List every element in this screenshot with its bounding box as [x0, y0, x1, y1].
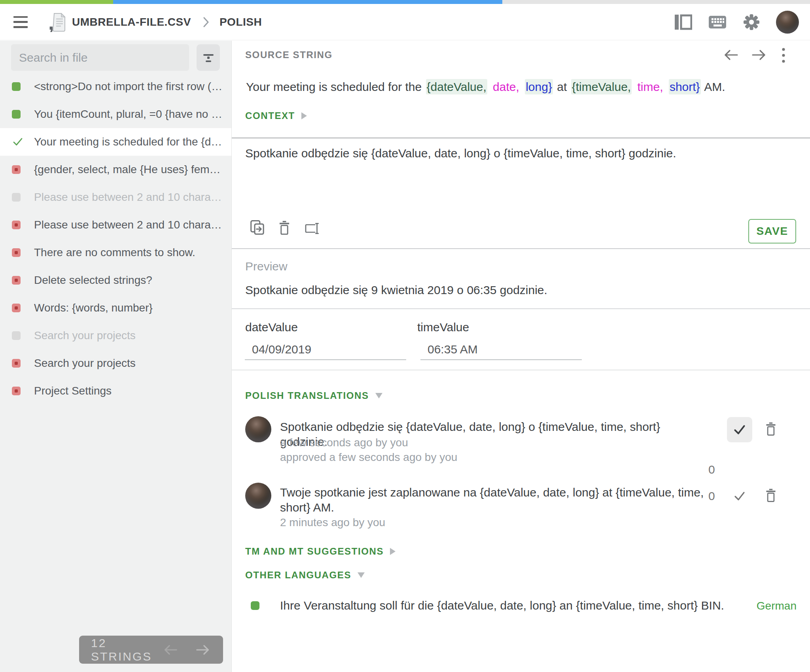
string-list-item-text: Delete selected strings? — [34, 274, 231, 287]
other-languages-label: OTHER LANGUAGES — [245, 570, 351, 581]
gear-icon[interactable] — [743, 13, 760, 31]
translation-progress-bar — [0, 0, 810, 4]
collapse-down-icon — [375, 393, 382, 398]
user-avatar[interactable] — [776, 11, 799, 34]
delete-translation-icon[interactable] — [276, 219, 292, 237]
string-status-icon — [12, 110, 25, 119]
svg-text:,: , — [48, 12, 54, 32]
string-list-item-text: Please use between 2 and 10 characters — [34, 191, 231, 204]
approve-translation-button[interactable] — [727, 417, 752, 442]
translation-entry-meta: 2 minutes ago by you — [280, 516, 385, 529]
collapse-down-icon — [358, 572, 365, 578]
string-list-item[interactable]: You {itemCount, plural, =0 {have no proj… — [0, 100, 231, 128]
translation-editor[interactable]: Spotkanie odbędzie się {dateValue, date,… — [245, 147, 795, 206]
preview-text: Spotkanie odbędzie się 9 kwietnia 2019 o… — [245, 283, 547, 297]
translation-entry-approved-meta: approved a few seconds ago by you — [280, 451, 457, 464]
string-list-item-text: Your meeting is scheduled for the {dateV… — [34, 136, 231, 148]
string-list-item[interactable]: Search your projects — [0, 349, 231, 377]
string-list-item[interactable]: Delete selected strings? — [0, 266, 231, 294]
vote-count: 0 — [708, 489, 715, 503]
preview-label: Preview — [245, 260, 288, 273]
polish-translations-toggle[interactable]: POLISH TRANSLATIONS — [245, 390, 382, 401]
hamburger-menu-icon[interactable] — [13, 16, 29, 28]
breadcrumb-language[interactable]: POLISH — [220, 16, 262, 28]
string-list-item-text: Search your projects — [34, 357, 231, 370]
string-status-icon — [12, 82, 25, 91]
polish-translations-label: POLISH TRANSLATIONS — [245, 390, 369, 401]
string-list-item[interactable]: Please use between 2 and 10 characters — [0, 211, 231, 239]
next-string-arrow-icon[interactable] — [195, 644, 211, 656]
progress-approved-segment — [0, 0, 113, 4]
delete-entry-icon[interactable] — [763, 421, 778, 438]
source-string-label: SOURCE STRING — [245, 49, 333, 60]
string-status-icon — [12, 193, 25, 202]
translation-entry-text: Twoje spotkanie jest zaplanowane na {dat… — [280, 485, 707, 515]
kebab-menu-icon[interactable] — [781, 46, 786, 64]
progress-translated-segment — [113, 0, 502, 4]
string-list-item-text: Search your projects — [34, 329, 231, 342]
save-button[interactable]: SAVE — [748, 219, 796, 244]
param-name-timevalue: timeValue — [417, 321, 469, 334]
breadcrumb-chevron-icon — [203, 17, 209, 28]
editor-panel: SOURCE STRING Your meeting is scheduled … — [232, 41, 810, 672]
string-list-item-text: Please use between 2 and 10 characters — [34, 219, 231, 231]
string-status-icon — [12, 136, 25, 148]
expand-right-icon — [390, 548, 396, 555]
string-status-icon — [12, 359, 25, 368]
strings-count-pill: 12 STRINGS — [79, 636, 223, 664]
check-icon — [732, 422, 747, 437]
other-languages-toggle[interactable]: OTHER LANGUAGES — [245, 570, 365, 581]
string-list-item[interactable]: Search your projects — [0, 322, 231, 349]
csv-file-icon: , — [48, 12, 66, 32]
copy-source-icon[interactable] — [249, 219, 266, 236]
previous-string-icon[interactable] — [722, 49, 740, 61]
approve-translation-button[interactable] — [727, 483, 752, 509]
other-language-text: Ihre Veranstaltung soll für die {dateVal… — [280, 599, 735, 612]
app-header: , UMBRELLA-FILE.CSV POLISH — [0, 4, 810, 40]
keyboard-icon[interactable] — [708, 14, 727, 30]
param-name-datevalue: dateValue — [245, 321, 298, 334]
string-list-item-text: {gender, select, male {He uses} female {… — [34, 163, 231, 176]
filter-button[interactable] — [197, 44, 220, 71]
string-status-icon — [12, 387, 25, 395]
string-list-item-text: Project Settings — [34, 385, 231, 397]
string-list-item[interactable]: Project Settings — [0, 377, 231, 405]
panel-toggle-icon[interactable] — [674, 14, 692, 30]
strings-count-label: 12 STRINGS — [91, 636, 162, 663]
param-input-timevalue[interactable]: 06:35 AM — [428, 343, 478, 356]
string-list-item-text: There are no comments to show. — [34, 246, 231, 259]
string-status-icon — [12, 221, 25, 229]
breadcrumb-file-name[interactable]: UMBRELLA-FILE.CSV — [72, 16, 191, 28]
string-list-item[interactable]: <strong>Do not import the first row (hea… — [0, 73, 231, 100]
string-list: <strong>Do not import the first row (hea… — [0, 73, 231, 405]
search-input[interactable] — [11, 51, 189, 64]
context-toggle[interactable]: CONTEXT — [245, 110, 307, 121]
prev-string-arrow-icon[interactable] — [162, 644, 179, 656]
context-label: CONTEXT — [245, 110, 295, 121]
string-list-item[interactable]: There are no comments to show. — [0, 239, 231, 266]
string-status-icon — [12, 331, 25, 340]
check-icon — [732, 489, 747, 503]
strings-sidebar: <strong>Do not import the first row (hea… — [0, 41, 232, 672]
string-list-item-text: Words: {words, number} — [34, 302, 231, 314]
string-list-item[interactable]: Your meeting is scheduled for the {dateV… — [0, 128, 231, 156]
other-language-link[interactable]: German — [757, 600, 797, 612]
translation-entry-meta: a few seconds ago by you — [280, 436, 408, 449]
next-string-icon[interactable] — [750, 49, 768, 61]
string-list-item[interactable]: {gender, select, male {He uses} female {… — [0, 156, 231, 183]
string-status-icon — [12, 248, 25, 257]
filter-icon — [202, 51, 215, 64]
other-language-status-icon — [251, 601, 259, 610]
source-string-text: Your meeting is scheduled for the {dateV… — [245, 80, 795, 94]
tm-mt-suggestions-toggle[interactable]: TM AND MT SUGGESTIONS — [245, 546, 396, 557]
tm-mt-suggestions-label: TM AND MT SUGGESTIONS — [245, 546, 384, 557]
search-box — [11, 44, 189, 71]
string-status-icon — [12, 276, 25, 285]
string-list-item[interactable]: Words: {words, number} — [0, 294, 231, 322]
param-input-datevalue[interactable]: 04/09/2019 — [252, 343, 311, 356]
string-list-item[interactable]: Please use between 2 and 10 characters — [0, 183, 231, 211]
delete-entry-icon[interactable] — [763, 487, 778, 504]
translator-avatar — [245, 416, 271, 442]
insert-placeholder-icon[interactable] — [305, 221, 322, 236]
vote-count: 0 — [708, 463, 715, 476]
